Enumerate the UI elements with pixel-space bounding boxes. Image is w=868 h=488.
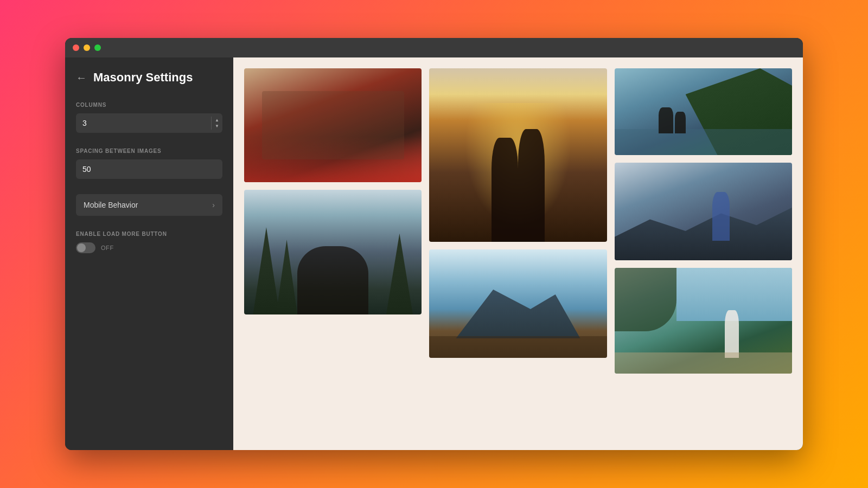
spacing-input[interactable]	[76, 159, 222, 179]
back-button[interactable]: ←	[76, 72, 87, 83]
toggle-row: OFF	[76, 242, 222, 253]
columns-label: COLUMNS	[76, 102, 222, 108]
mobile-behavior-label: Mobile Behavior	[84, 201, 138, 209]
photo-mountain-lake	[615, 68, 792, 155]
masonry-col-2	[429, 68, 607, 374]
chevron-right-icon: ›	[212, 201, 215, 209]
masonry-col-1	[244, 68, 422, 374]
masonry-col-3	[615, 68, 792, 374]
load-more-toggle[interactable]	[76, 242, 95, 253]
photo-car-kiss	[244, 68, 422, 182]
main-content	[233, 57, 803, 450]
photo-forest-couple	[244, 190, 422, 314]
spacing-label: SPACING BETWEEN IMAGES	[76, 148, 222, 154]
spacing-section: SPACING BETWEEN IMAGES	[76, 148, 222, 179]
app-body: ← Masonry Settings COLUMNS ▲ ▼ SPACING B…	[65, 57, 803, 450]
app-window: ← Masonry Settings COLUMNS ▲ ▼ SPACING B…	[65, 38, 803, 450]
close-button[interactable]	[73, 44, 79, 51]
load-more-label: ENABLE LOAD MORE BUTTON	[76, 231, 222, 237]
maximize-button[interactable]	[94, 44, 101, 51]
columns-section: COLUMNS ▲ ▼	[76, 102, 222, 133]
sidebar: ← Masonry Settings COLUMNS ▲ ▼ SPACING B…	[65, 57, 233, 450]
columns-spinner[interactable]: ▲ ▼	[211, 117, 222, 130]
photo-sunset-pier	[429, 249, 607, 358]
photo-wedding-silhouette	[429, 68, 607, 242]
columns-input[interactable]	[76, 113, 211, 133]
title-bar	[65, 38, 803, 57]
photo-mountain-woman	[615, 163, 792, 260]
load-more-section: ENABLE LOAD MORE BUTTON OFF	[76, 231, 222, 253]
sidebar-header: ← Masonry Settings	[76, 70, 222, 85]
page-title: Masonry Settings	[93, 70, 193, 85]
toggle-state-label: OFF	[101, 245, 114, 251]
minimize-button[interactable]	[84, 44, 90, 51]
mobile-behavior-row[interactable]: Mobile Behavior ›	[76, 194, 222, 216]
photo-beach-bride	[615, 268, 792, 374]
spinner-down[interactable]: ▼	[215, 124, 219, 129]
spinner-up[interactable]: ▲	[215, 118, 219, 123]
columns-input-row: ▲ ▼	[76, 113, 222, 133]
mobile-behavior-section: Mobile Behavior ›	[76, 194, 222, 216]
masonry-grid	[244, 68, 792, 374]
